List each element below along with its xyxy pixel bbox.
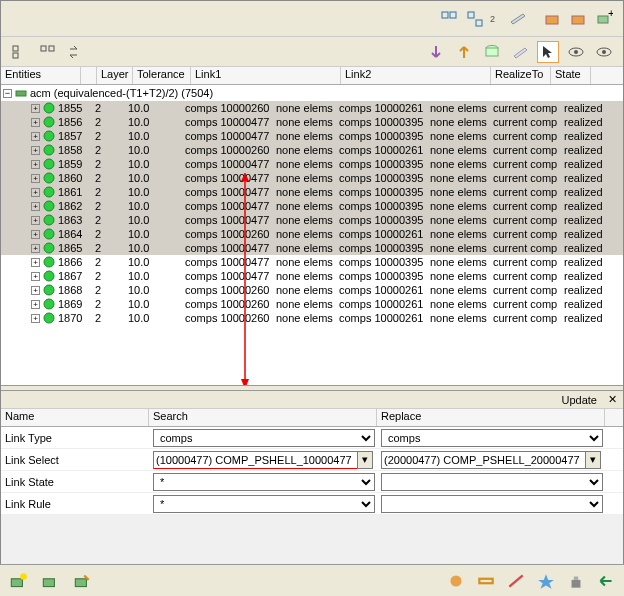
plus-expander-icon[interactable]: + bbox=[31, 104, 40, 113]
beam-icon[interactable] bbox=[476, 571, 496, 591]
tree-grid[interactable]: − acm (equivalenced-(T1+T2)/2) (7504) +1… bbox=[1, 85, 623, 385]
col-tolerance[interactable]: Tolerance bbox=[133, 67, 191, 84]
plus-expander-icon[interactable]: + bbox=[31, 146, 40, 155]
svg-point-26 bbox=[44, 173, 54, 183]
eye-plus-icon[interactable] bbox=[565, 41, 587, 63]
link-rule-replace-select[interactable] bbox=[381, 495, 603, 513]
table-row[interactable]: +1857210.0comps 10000477none elemscomps … bbox=[1, 129, 623, 143]
plus-expander-icon[interactable]: + bbox=[31, 188, 40, 197]
table-row[interactable]: +1865210.0comps 10000477none elemscomps … bbox=[1, 241, 623, 255]
svg-rect-11 bbox=[41, 46, 46, 51]
arrow-down-icon[interactable] bbox=[425, 41, 447, 63]
table-row[interactable]: +1863210.0comps 10000477none elemscomps … bbox=[1, 213, 623, 227]
link-rule-search-select[interactable]: * bbox=[153, 495, 375, 513]
table-row[interactable]: +1858210.0comps 10000260none elemscomps … bbox=[1, 143, 623, 157]
table-row[interactable]: +1862210.0comps 10000477none elemscomps … bbox=[1, 199, 623, 213]
expand-left-icon[interactable] bbox=[37, 41, 59, 63]
minus-expander-icon[interactable]: − bbox=[3, 89, 12, 98]
col-entities[interactable]: Entities bbox=[1, 67, 81, 84]
chevron-down-icon[interactable]: ▾ bbox=[585, 451, 601, 469]
connector-group-icon bbox=[15, 87, 27, 99]
new-item-icon[interactable] bbox=[8, 571, 28, 591]
table-row[interactable]: +1859210.0comps 10000477none elemscomps … bbox=[1, 157, 623, 171]
bottom-toolbar bbox=[0, 564, 624, 596]
cell-link2: comps 10000261 bbox=[339, 284, 427, 296]
box1-icon[interactable] bbox=[541, 8, 563, 30]
cell-link2: comps 10000261 bbox=[339, 298, 427, 310]
box-plus-icon[interactable]: + bbox=[593, 8, 615, 30]
eye-icon[interactable] bbox=[593, 41, 615, 63]
cell-id: 1863 bbox=[58, 214, 92, 226]
plus-expander-icon[interactable]: + bbox=[31, 258, 40, 267]
plus-expander-icon[interactable]: + bbox=[31, 202, 40, 211]
cell-layer: 2 bbox=[95, 242, 125, 254]
swap-icon[interactable] bbox=[65, 41, 87, 63]
cell-link1-mode: none elems bbox=[276, 270, 336, 282]
plane-icon[interactable] bbox=[507, 8, 529, 30]
form-col-search[interactable]: Search bbox=[149, 409, 377, 426]
plus-expander-icon[interactable]: + bbox=[31, 272, 40, 281]
plus-expander-icon[interactable]: + bbox=[31, 216, 40, 225]
detach-icon[interactable] bbox=[72, 571, 92, 591]
table-row[interactable]: +1866210.0comps 10000477none elemscomps … bbox=[1, 255, 623, 269]
col-realizeto[interactable]: RealizeTo bbox=[491, 67, 551, 84]
svg-rect-9 bbox=[13, 46, 18, 51]
col-state[interactable]: State bbox=[551, 67, 591, 84]
grid-align-icon[interactable] bbox=[438, 8, 460, 30]
plus-expander-icon[interactable]: + bbox=[31, 230, 40, 239]
col-link2[interactable]: Link2 bbox=[341, 67, 491, 84]
plus-expander-icon[interactable]: + bbox=[31, 118, 40, 127]
cell-layer: 2 bbox=[95, 186, 125, 198]
table-row[interactable]: +1861210.0comps 10000477none elemscomps … bbox=[1, 185, 623, 199]
form-col-replace[interactable]: Replace bbox=[377, 409, 605, 426]
attach-icon[interactable] bbox=[40, 571, 60, 591]
tree-root-row[interactable]: − acm (equivalenced-(T1+T2)/2) (7504) bbox=[1, 85, 623, 101]
arrow-left-icon[interactable] bbox=[596, 571, 616, 591]
cell-link1-mode: none elems bbox=[276, 228, 336, 240]
sheet-icon[interactable] bbox=[509, 41, 531, 63]
table-row[interactable]: +1864210.0comps 10000260none elemscomps … bbox=[1, 227, 623, 241]
pointer-icon[interactable] bbox=[537, 41, 559, 63]
plus-expander-icon[interactable]: + bbox=[31, 132, 40, 141]
col-link1[interactable]: Link1 bbox=[191, 67, 341, 84]
link-select-replace-input[interactable] bbox=[381, 451, 585, 469]
table-row[interactable]: +1869210.0comps 10000260none elemscomps … bbox=[1, 297, 623, 311]
plus-expander-icon[interactable]: + bbox=[31, 174, 40, 183]
cell-link2-mode: none elems bbox=[430, 102, 490, 114]
table-row[interactable]: +1855210.0comps 10000260none elemscomps … bbox=[1, 101, 623, 115]
collapse-left-icon[interactable] bbox=[9, 41, 31, 63]
table-row[interactable]: +1867210.0comps 10000477none elemscomps … bbox=[1, 269, 623, 283]
table-row[interactable]: +1870210.0comps 10000260none elemscomps … bbox=[1, 311, 623, 325]
box2-icon[interactable] bbox=[567, 8, 589, 30]
cylinder-icon[interactable] bbox=[481, 41, 503, 63]
link-state-search-select[interactable]: * bbox=[153, 473, 375, 491]
cell-tolerance: 10.0 bbox=[128, 270, 182, 282]
grid-align2-icon[interactable] bbox=[464, 8, 486, 30]
plus-expander-icon[interactable]: + bbox=[31, 160, 40, 169]
cell-link1: comps 10000260 bbox=[185, 228, 273, 240]
link-state-replace-select[interactable] bbox=[381, 473, 603, 491]
table-row[interactable]: +1868210.0comps 10000260none elemscomps … bbox=[1, 283, 623, 297]
col-layer[interactable]: Layer bbox=[97, 67, 133, 84]
table-row[interactable]: +1860210.0comps 10000477none elemscomps … bbox=[1, 171, 623, 185]
col-blank1[interactable] bbox=[81, 67, 97, 84]
plus-expander-icon[interactable]: + bbox=[31, 300, 40, 309]
close-icon[interactable]: ✕ bbox=[605, 393, 619, 407]
weight-icon[interactable] bbox=[566, 571, 586, 591]
chevron-down-icon[interactable]: ▾ bbox=[357, 451, 373, 469]
star-icon[interactable] bbox=[536, 571, 556, 591]
table-row[interactable]: +1856210.0comps 10000477none elemscomps … bbox=[1, 115, 623, 129]
cell-link1: comps 10000260 bbox=[185, 284, 273, 296]
plus-expander-icon[interactable]: + bbox=[31, 314, 40, 323]
arrow-up-icon[interactable] bbox=[453, 41, 475, 63]
link-select-search-input[interactable] bbox=[153, 451, 357, 469]
link-type-replace-select[interactable]: comps bbox=[381, 429, 603, 447]
label-link-rule: Link Rule bbox=[1, 498, 149, 510]
dot-icon[interactable] bbox=[446, 571, 466, 591]
form-rows: Link Type comps comps Link Select ▾ ▾ Li… bbox=[1, 427, 623, 515]
line-icon[interactable] bbox=[506, 571, 526, 591]
plus-expander-icon[interactable]: + bbox=[31, 244, 40, 253]
link-type-search-select[interactable]: comps bbox=[153, 429, 375, 447]
form-col-name[interactable]: Name bbox=[1, 409, 149, 426]
plus-expander-icon[interactable]: + bbox=[31, 286, 40, 295]
